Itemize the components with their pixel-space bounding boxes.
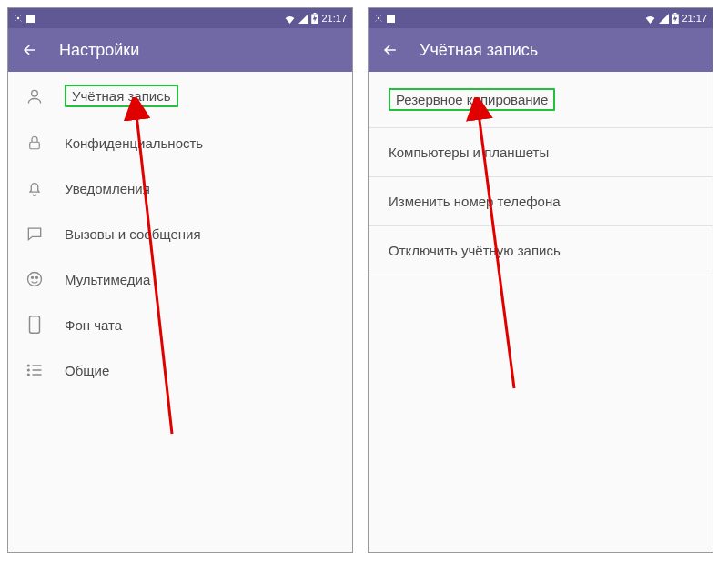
status-time: 21:17 [682,13,707,24]
svg-rect-3 [314,13,317,15]
svg-point-12 [28,374,30,376]
user-icon [25,86,45,106]
settings-list: Учётная запись Конфиденциальность Уведом… [8,72,352,552]
status-bar: 21:17 [8,8,352,28]
settings-item-general[interactable]: Общие [8,347,352,393]
app-indicator-icon [26,15,35,23]
svg-point-13 [378,17,380,20]
svg-rect-5 [30,142,40,149]
svg-point-6 [28,273,42,286]
bell-icon [25,178,45,198]
phone-bg-icon [25,315,45,335]
lock-icon [25,133,45,153]
account-item-label: Компьютеры и планшеты [389,145,549,160]
settings-item-label: Уведомления [65,181,150,196]
status-bar: 21:17 [369,8,713,28]
svg-point-8 [36,276,38,278]
battery-icon [311,13,318,24]
list-icon [25,360,45,380]
chat-icon [25,224,45,244]
settings-item-privacy[interactable]: Конфиденциальность [8,120,352,165]
settings-item-account[interactable]: Учётная запись [8,72,352,120]
phone-screen-account: 21:17 Учётная запись Резервное копирован… [368,7,713,553]
settings-item-label: Общие [65,363,109,378]
settings-item-notifications[interactable]: Уведомления [8,165,352,211]
account-item-change-number[interactable]: Изменить номер телефона [369,177,713,226]
svg-rect-14 [387,15,395,23]
svg-point-0 [17,17,20,20]
account-item-label: Резервное копирование [389,88,555,111]
settings-item-label: Фон чата [65,317,122,333]
signal-icon [659,14,669,24]
settings-item-label: Вызовы и сообщения [65,226,201,242]
back-icon[interactable] [381,41,399,59]
phone-screen-settings: 21:17 Настройки Учётная запись Конфиденц… [7,7,353,553]
hotspot-icon [14,14,23,23]
wifi-icon [284,14,296,24]
toolbar: Учётная запись [369,28,713,72]
settings-item-background[interactable]: Фон чата [8,302,352,347]
account-item-devices[interactable]: Компьютеры и планшеты [369,128,713,177]
back-icon[interactable] [21,41,39,59]
signal-icon [298,14,308,24]
account-item-deactivate[interactable]: Отключить учётную запись [369,226,713,275]
svg-rect-16 [674,13,677,15]
settings-item-label: Мультимедиа [65,272,150,287]
svg-rect-1 [26,15,35,23]
hotspot-icon [374,14,383,23]
settings-item-media[interactable]: Мультимедиа [8,256,352,302]
account-item-backup[interactable]: Резервное копирование [369,72,713,128]
settings-item-label: Конфиденциальность [65,135,203,151]
status-time: 21:17 [321,13,347,24]
settings-item-calls[interactable]: Вызовы и сообщения [8,211,352,256]
svg-point-7 [32,276,34,278]
svg-point-10 [28,365,30,366]
account-list: Резервное копирование Компьютеры и планш… [369,72,713,552]
toolbar: Настройки [8,28,352,72]
settings-item-label: Учётная запись [65,85,178,107]
toolbar-title: Настройки [59,41,139,60]
svg-point-4 [32,90,38,96]
account-item-label: Изменить номер телефона [389,194,561,209]
wifi-icon [644,14,656,24]
toolbar-title: Учётная запись [420,41,538,60]
svg-point-11 [28,369,30,371]
media-icon [25,269,45,289]
battery-icon [672,13,679,24]
app-indicator-icon [387,15,395,23]
account-item-label: Отключить учётную запись [389,243,561,258]
svg-rect-9 [30,316,40,333]
